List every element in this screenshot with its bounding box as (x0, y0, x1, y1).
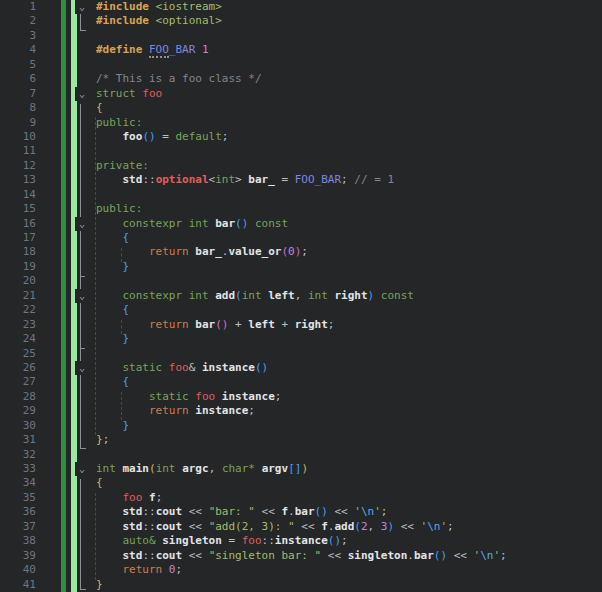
code-text[interactable]: { (96, 476, 103, 490)
fold-chevron-icon[interactable]: ⌄ (75, 361, 89, 375)
line-number[interactable]: 38 (0, 534, 36, 548)
code-token: { (123, 303, 130, 316)
code-text[interactable]: } (96, 332, 129, 346)
line-number[interactable]: 10 (0, 130, 36, 144)
code-text[interactable]: } (96, 419, 129, 433)
line-number[interactable]: 31 (0, 433, 36, 447)
line-number[interactable]: 20 (0, 274, 36, 288)
fold-chevron-icon[interactable]: ⌄ (75, 217, 89, 231)
line-number[interactable]: 8 (0, 101, 36, 115)
line-number[interactable]: 41 (0, 578, 36, 592)
code-token (96, 520, 123, 533)
code-text[interactable]: #include <optional> (96, 14, 222, 28)
code-token: { (123, 375, 130, 388)
line-number[interactable]: 39 (0, 549, 36, 563)
code-text[interactable]: constexpr int add(int left, int right) c… (96, 289, 414, 303)
code-token (96, 217, 123, 230)
line-number[interactable]: 30 (0, 419, 36, 433)
line-number[interactable]: 23 (0, 318, 36, 332)
code-token: int (215, 173, 235, 186)
fold-chevron-icon[interactable]: ⌄ (75, 289, 89, 303)
code-text[interactable]: std::cout << "add(2, 3): " << f.add(2, 3… (96, 520, 454, 534)
line-number[interactable]: 14 (0, 188, 36, 202)
code-token: foo (123, 491, 143, 504)
code-token: ( (354, 520, 361, 533)
code-text[interactable]: return bar_.value_or(0); (96, 245, 308, 259)
code-text[interactable]: } (96, 578, 103, 592)
code-text[interactable]: static foo& instance() (96, 361, 268, 375)
code-text[interactable]: #define FOO_BAR 1 (96, 43, 209, 57)
code-text[interactable]: foo f; (96, 491, 162, 505)
code-text[interactable]: { (96, 303, 129, 317)
code-line: 36 std::cout << "bar: " << f.bar() << '\… (0, 505, 602, 519)
code-text[interactable]: foo() = default; (96, 130, 228, 144)
line-number[interactable]: 9 (0, 116, 36, 130)
code-text[interactable]: static foo instance; (96, 390, 281, 404)
line-number[interactable]: 25 (0, 347, 36, 361)
code-token: argc (182, 462, 209, 475)
line-number[interactable]: 22 (0, 303, 36, 317)
code-text[interactable]: { (96, 231, 129, 245)
code-text[interactable]: private: (96, 159, 149, 173)
code-token: cout (156, 549, 183, 562)
fold-chevron-icon[interactable]: ⌄ (75, 0, 89, 14)
line-number[interactable]: 13 (0, 173, 36, 187)
line-number[interactable]: 12 (0, 159, 36, 173)
code-text[interactable]: #include <iostream> (96, 0, 222, 14)
line-number[interactable]: 11 (0, 144, 36, 158)
line-number[interactable]: 3 (0, 29, 36, 43)
code-token: = (222, 534, 242, 547)
code-text[interactable]: return 0; (96, 563, 182, 577)
line-number[interactable]: 18 (0, 245, 36, 259)
code-text[interactable]: { (96, 375, 129, 389)
code-editor[interactable]: 1⌄#include <iostream>2#include <optional… (0, 0, 602, 592)
code-text[interactable]: auto& singleton = foo::instance(); (96, 534, 348, 548)
line-number[interactable]: 32 (0, 448, 36, 462)
code-text[interactable]: return instance; (96, 404, 255, 418)
fold-chevron-icon[interactable]: ⌄ (75, 87, 89, 101)
code-text[interactable]: public: (96, 116, 142, 130)
code-text[interactable]: std::optional<int> bar_ = FOO_BAR; // = … (96, 173, 394, 187)
code-text[interactable]: public: (96, 202, 142, 216)
line-number[interactable]: 35 (0, 491, 36, 505)
line-number[interactable]: 16 (0, 217, 36, 231)
line-number[interactable]: 28 (0, 390, 36, 404)
code-text[interactable]: }; (96, 433, 109, 447)
code-text[interactable]: constexpr int bar() const (96, 217, 288, 231)
line-number[interactable]: 7 (0, 87, 36, 101)
line-number[interactable]: 6 (0, 72, 36, 86)
code-text[interactable]: struct foo (96, 87, 162, 101)
line-number[interactable]: 34 (0, 476, 36, 490)
line-number[interactable]: 5 (0, 58, 36, 72)
code-text[interactable]: int main(int argc, char* argv[]) (96, 462, 308, 476)
code-token: :: (262, 534, 275, 547)
code-text[interactable]: } (96, 260, 129, 274)
code-token: private: (96, 159, 149, 172)
line-number[interactable]: 21 (0, 289, 36, 303)
code-line: 41} (0, 578, 602, 592)
code-text[interactable]: { (96, 101, 103, 115)
line-number[interactable]: 19 (0, 260, 36, 274)
code-line: 19 } (0, 260, 602, 274)
line-number[interactable]: 15 (0, 202, 36, 216)
line-number[interactable]: 26 (0, 361, 36, 375)
line-number[interactable]: 17 (0, 231, 36, 245)
code-token: f (321, 520, 328, 533)
code-token: singleton (348, 549, 408, 562)
line-number[interactable]: 33 (0, 462, 36, 476)
line-number[interactable]: 37 (0, 520, 36, 534)
line-number[interactable]: 36 (0, 505, 36, 519)
code-text[interactable]: return bar() + left + right; (96, 318, 334, 332)
code-text[interactable]: /* This is a foo class */ (96, 72, 262, 86)
line-number[interactable]: 2 (0, 14, 36, 28)
line-number[interactable]: 24 (0, 332, 36, 346)
fold-chevron-icon[interactable]: ⌄ (75, 462, 89, 476)
line-number[interactable]: 27 (0, 375, 36, 389)
code-text[interactable]: std::cout << "singleton bar: " << single… (96, 549, 507, 563)
line-number[interactable]: 1 (0, 0, 36, 14)
line-number[interactable]: 29 (0, 404, 36, 418)
line-number[interactable]: 40 (0, 563, 36, 577)
code-text[interactable]: std::cout << "bar: " << f.bar() << '\n'; (96, 505, 387, 519)
line-number[interactable]: 4 (0, 43, 36, 57)
code-line: 4#define FOO_BAR 1 (0, 43, 602, 57)
